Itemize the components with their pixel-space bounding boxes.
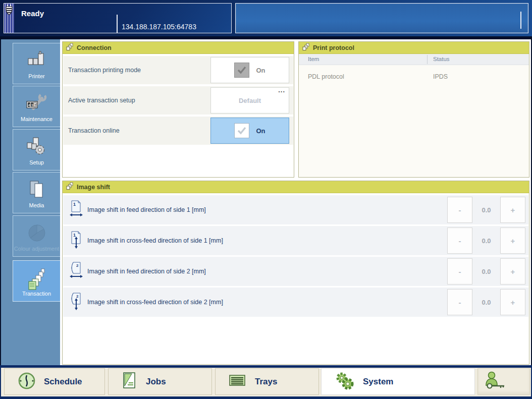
- tab-schedule[interactable]: Schedule: [4, 368, 105, 395]
- decrement-button[interactable]: -: [447, 258, 472, 284]
- transaction-online-toggle[interactable]: On: [210, 118, 289, 144]
- image-shift-panel-header: Image shift: [63, 181, 529, 193]
- protocol-item-cell: PDL protocol: [308, 73, 344, 80]
- decrement-button[interactable]: -: [447, 197, 472, 223]
- shift-label: Image shift in feed direction of side 2 …: [87, 268, 206, 275]
- feed-side1-stepper: - 0.0 +: [447, 197, 525, 223]
- system-gears-icon: [335, 371, 355, 392]
- shift-row-feed-side1: 1 Image shift in feed direction of side …: [63, 195, 528, 224]
- shift-label: Image shift in cross-feed direction of s…: [87, 237, 223, 244]
- shift-row-feed-side2: 2 Image shift in feed direction of side …: [63, 257, 528, 286]
- increment-button[interactable]: +: [500, 197, 525, 223]
- shift-feed-side1-icon: 1: [69, 200, 83, 220]
- schedule-clock-icon: [18, 372, 36, 392]
- tab-label: System: [363, 377, 393, 387]
- colour-adjustment-icon: [26, 223, 47, 245]
- protocol-table-header: Item Status: [299, 54, 529, 65]
- top-status-bar: Ready 134.188.187.105:64783: [0, 0, 532, 36]
- print-protocol-panel: Print protocol Item Status PDL protocol …: [298, 41, 529, 178]
- status-stripe-decoration: [4, 4, 14, 33]
- protocol-table-body: PDL protocol IPDS: [299, 65, 529, 177]
- panel-cascade-icon: [66, 182, 73, 192]
- setup-icon: [26, 137, 47, 158]
- network-address: 134.188.187.105:64783: [122, 23, 196, 31]
- svg-text:3: 3: [31, 103, 33, 107]
- shift-crossfeed-side2-icon: 2: [69, 292, 83, 312]
- shift-row-crossfeed-side1: 1 Image shift in cross-feed direction of…: [63, 226, 528, 255]
- column-divider: [427, 55, 428, 64]
- tab-jobs[interactable]: Jobs: [108, 368, 212, 395]
- sidebar-item-transaction[interactable]: Transaction: [13, 260, 60, 302]
- trays-icon: [229, 374, 247, 390]
- bottom-navigation-bar: Schedule Jobs: [0, 365, 532, 399]
- secondary-status-panel: [235, 3, 528, 33]
- svg-text:1: 1: [73, 202, 76, 207]
- setting-row-transaction-printing-mode: Transaction printing mode On: [63, 56, 293, 84]
- transaction-icon: [27, 268, 47, 292]
- sidebar-item-colour-adjustment: Colour adjustment: [13, 215, 60, 257]
- more-options-ellipsis: ...: [278, 87, 285, 93]
- active-transaction-setup-picker: ... Default: [210, 87, 289, 113]
- toggle-value: On: [256, 127, 265, 135]
- increment-button[interactable]: +: [500, 227, 525, 254]
- operator-key-icon: [484, 371, 506, 392]
- sidebar-item-setup[interactable]: Setup: [13, 129, 60, 170]
- tab-label: Jobs: [146, 377, 166, 387]
- media-icon: [28, 180, 46, 202]
- decrement-button[interactable]: -: [447, 289, 472, 315]
- connection-panel-header: Connection: [63, 42, 294, 54]
- image-shift-panel: Image shift 1 Image shift in feed direct…: [62, 181, 529, 365]
- panel-title: Print protocol: [313, 44, 354, 51]
- setting-label: Transaction online: [68, 127, 120, 134]
- shift-crossfeed-side1-icon: 1: [69, 231, 83, 251]
- decrement-button[interactable]: -: [447, 227, 472, 254]
- printer-control-screen: Ready 134.188.187.105:64783 Printer: [0, 0, 532, 399]
- transaction-printing-mode-toggle: On: [210, 57, 289, 83]
- checkbox-checked-disabled-icon: [234, 63, 249, 78]
- svg-text:7: 7: [34, 103, 36, 107]
- jobs-document-icon: [122, 372, 138, 392]
- printer-status-text: Ready: [21, 9, 44, 18]
- sidebar-item-maintenance[interactable]: 4 3 7 Maintenance: [13, 86, 60, 127]
- panel-title: Connection: [77, 44, 112, 51]
- sidebar-item-media[interactable]: Media: [13, 172, 60, 213]
- shift-label: Image shift in cross-feed direction of s…: [87, 299, 223, 306]
- checkbox-checked-icon: [234, 123, 249, 138]
- setting-row-active-transaction-setup: Active transaction setup ... Default: [63, 86, 293, 115]
- setting-row-transaction-online: Transaction online On: [63, 117, 293, 145]
- svg-text:1: 1: [73, 233, 76, 238]
- sidebar-item-label: Setup: [29, 159, 44, 165]
- setting-label: Active transaction setup: [68, 97, 135, 104]
- secondary-panel-divider: [520, 12, 521, 29]
- printer-icon: [27, 50, 46, 69]
- crossfeed-side2-stepper: - 0.0 +: [447, 289, 525, 315]
- toggle-value: On: [256, 67, 265, 74]
- stepper-value: 0.0: [472, 299, 500, 306]
- sidebar-item-printer[interactable]: Printer: [13, 43, 60, 84]
- printer-status-panel: Ready 134.188.187.105:64783: [4, 3, 232, 33]
- bottom-bar-surface: Schedule Jobs: [1, 368, 531, 396]
- increment-button[interactable]: +: [500, 289, 525, 315]
- left-sidebar: Printer 4 3 7 Maintenance: [1, 39, 60, 365]
- print-protocol-panel-header: Print protocol: [299, 42, 529, 54]
- protocol-status-cell: IPDS: [433, 73, 448, 80]
- svg-text:4: 4: [28, 103, 30, 107]
- svg-text:2: 2: [76, 263, 79, 268]
- setting-label: Transaction printing mode: [68, 67, 141, 74]
- tab-system[interactable]: System: [321, 368, 475, 395]
- panel-cascade-icon: [66, 43, 73, 52]
- shift-feed-side2-icon: 2: [69, 261, 83, 281]
- tab-trays[interactable]: Trays: [215, 368, 319, 395]
- svg-text:2: 2: [76, 294, 79, 299]
- picker-value: Default: [239, 97, 261, 104]
- feed-side2-stepper: - 0.0 +: [447, 258, 525, 284]
- sidebar-item-label: Colour adjustment: [14, 246, 59, 252]
- shift-label: Image shift in feed direction of side 1 …: [87, 206, 206, 213]
- operator-access-button[interactable]: [477, 368, 530, 395]
- connection-plug-icon: [5, 5, 14, 17]
- sidebar-item-label: Maintenance: [21, 116, 52, 122]
- stepper-value: 0.0: [472, 268, 500, 275]
- sidebar-item-label: Printer: [28, 73, 44, 79]
- stepper-value: 0.0: [472, 237, 500, 245]
- increment-button[interactable]: +: [500, 258, 525, 284]
